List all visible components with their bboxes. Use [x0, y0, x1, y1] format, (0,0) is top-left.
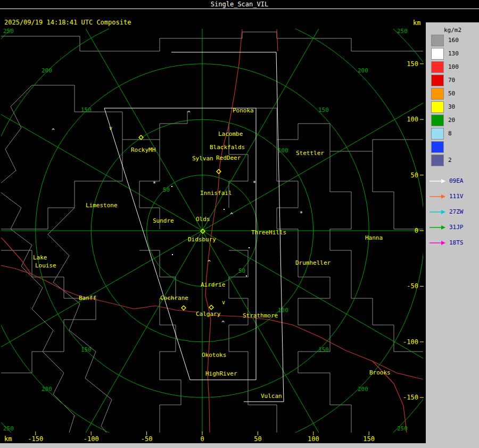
city-label: Lacombe	[218, 131, 243, 137]
arrow-marker: v	[109, 125, 112, 131]
arrow-marker: v	[222, 299, 225, 305]
range-label: 150	[318, 107, 329, 113]
range-label: 200	[42, 67, 52, 74]
x-tick-label: -150	[28, 435, 43, 443]
x-tick-label: -100	[84, 435, 99, 443]
city-diamond-marker	[181, 306, 186, 310]
x-tick-label: -50	[141, 435, 153, 443]
legend-color-swatch	[431, 48, 444, 60]
radar-site-entry: 111V	[426, 189, 479, 204]
y-tick-label: -100	[403, 338, 418, 346]
color-scale: 1601301007050302082	[426, 34, 479, 167]
city-label: Banff	[79, 295, 96, 302]
radar-site-arrow-icon	[429, 225, 446, 230]
city-label: Stettler	[296, 150, 324, 157]
radar-site-entry: 09EA	[426, 173, 479, 189]
bottom-window-strip	[0, 443, 479, 448]
legend-color-swatch	[431, 115, 444, 126]
caret-marker: ^	[208, 259, 211, 265]
legend-value-label: 160	[448, 37, 459, 44]
x-tick-label: 50	[254, 435, 261, 443]
dot-marker	[171, 186, 172, 187]
radar-site-entry: 18TS	[426, 235, 479, 250]
caret-marker: ^	[52, 128, 55, 134]
city-label: Didsbury	[188, 236, 216, 243]
asterisk-marker: *	[253, 180, 256, 186]
legend-entry: 50	[426, 87, 479, 100]
legend-color-swatch	[431, 128, 444, 140]
city-label: HighRiver	[205, 370, 237, 377]
legend-entry: 20	[426, 113, 479, 127]
radar-site-arrow-icon	[429, 240, 446, 246]
range-label: 200	[358, 67, 368, 74]
y-tick-label: 0	[415, 227, 418, 234]
city-label: Louise	[35, 262, 56, 269]
x-tick-label: 150	[363, 435, 375, 443]
legend-color-swatch	[431, 88, 444, 100]
radar-site-id: 18TS	[449, 239, 464, 246]
legend-color-swatch	[431, 141, 444, 153]
legend-value-label: 70	[448, 77, 455, 84]
city-diamond-marker	[209, 305, 213, 309]
range-label: 250	[3, 28, 14, 35]
city-label: Drumheller	[295, 259, 331, 266]
radar-viewer-window: Single_Scan_VIL 2025/09/19 14:18:41 UTC …	[0, 0, 479, 448]
city-label: Brooks	[369, 369, 391, 376]
radar-site-entry: 27ZW	[426, 204, 479, 219]
city-label: Innisfail	[200, 190, 232, 197]
city-label: Vulcan	[261, 393, 282, 400]
range-label: 50	[163, 186, 170, 193]
range-label: 250	[397, 425, 408, 432]
range-label: 200	[358, 386, 368, 393]
range-label: 250	[397, 28, 408, 35]
county-boundary	[0, 192, 75, 433]
radar-site-entry: 31JP	[426, 219, 479, 235]
county-boundary	[330, 151, 351, 298]
markers-layer: vv^^^^^***	[52, 110, 303, 326]
county-boundary	[248, 380, 277, 433]
legend-color-swatch	[431, 61, 444, 73]
city-diamond-marker	[217, 169, 221, 174]
county-boundary	[298, 250, 351, 433]
range-label: 100	[278, 147, 288, 154]
city-labels-layer: PonokaLacombeBlackfaldsSylvanRedDeerStet…	[33, 107, 391, 400]
radar-site-arrow-icon	[429, 178, 446, 184]
range-label: 200	[42, 386, 52, 393]
asterisk-marker: *	[300, 210, 303, 216]
radar-map-canvas[interactable]: 5010050100150200250150200250150200250150…	[0, 0, 479, 448]
y-tick-label: 150	[407, 60, 418, 68]
legend-value-label: 2	[448, 157, 452, 164]
city-label: Strathmore	[243, 312, 278, 319]
legend-entry: 130	[426, 47, 479, 60]
range-label: 150	[81, 346, 92, 353]
radar-site-id: 31JP	[449, 224, 464, 231]
dot-marker	[246, 275, 247, 276]
legend-entry	[426, 140, 479, 153]
city-label: Hanna	[365, 234, 383, 241]
county-boundary	[373, 151, 423, 229]
legend-value-label: 8	[448, 130, 452, 137]
y-tick-label: 50	[411, 172, 418, 179]
radar-site-id: 27ZW	[449, 208, 464, 215]
legend-entry: 2	[426, 153, 479, 167]
city-label: Lake	[33, 254, 47, 261]
legend-entry: 8	[426, 127, 479, 140]
x-tick-label: 100	[308, 435, 319, 443]
city-label: Sundre	[153, 217, 174, 224]
city-label: Calgary	[196, 311, 221, 317]
radar-site-list: 09EA111V27ZW31JP18TS	[426, 173, 479, 250]
y-tick-label: -150	[403, 394, 418, 401]
x-tick-label: 0	[200, 435, 204, 443]
radar-coverage-outline	[171, 52, 284, 402]
county-boundary	[0, 140, 122, 229]
county-boundary	[160, 380, 181, 433]
city-label: Cochrane	[160, 295, 188, 302]
city-label: RedDeer	[216, 154, 241, 161]
legend-entry: 100	[426, 60, 479, 74]
legend-color-swatch	[431, 101, 444, 113]
radar-site-arrow-icon	[429, 194, 446, 199]
y-tick-label: -50	[407, 282, 418, 290]
city-label: Airdrie	[201, 281, 225, 288]
city-label: ThreeHills	[251, 229, 286, 236]
asterisk-marker: *	[153, 181, 156, 186]
